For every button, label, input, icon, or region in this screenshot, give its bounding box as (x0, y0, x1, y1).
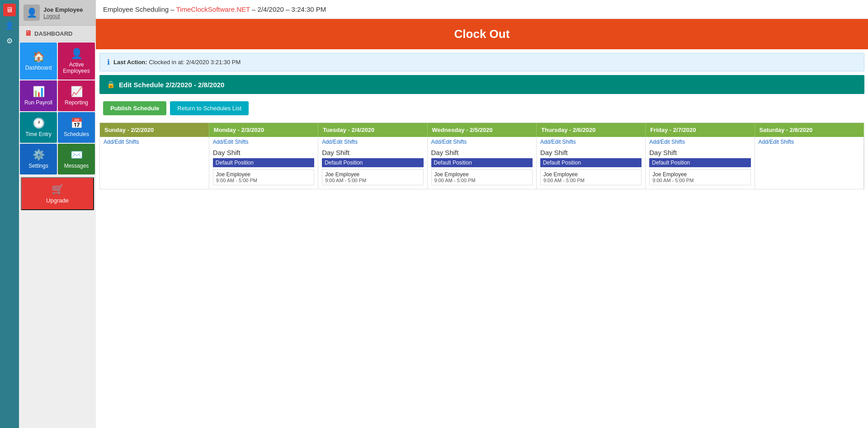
add-edit-row: Add/Edit Shifts Add/Edit Shifts Day Shif… (100, 137, 864, 189)
friday-emp-time: 9:00 AM - 5:00 PM (652, 178, 747, 183)
add-edit-monday[interactable]: Add/Edit Shifts (209, 137, 318, 147)
sidebar-item-schedules[interactable]: 📅 Schedules (58, 112, 95, 143)
dashboard-section-label: 🖥 DASHBOARD (19, 26, 96, 42)
main-content: Employee Scheduling – TimeClockSoftware.… (96, 0, 868, 428)
dashboard-icon: 🖥 (24, 29, 32, 38)
sidebar-item-messages[interactable]: ✉️ Messages (58, 144, 95, 174)
home-icon: 🏠 (33, 51, 45, 63)
monday-shift: Day Shift Default Position Joe Employee … (209, 147, 318, 189)
logout-link[interactable]: Logout (43, 13, 83, 19)
thursday-emp-time: 9:00 AM - 5:00 PM (543, 178, 638, 183)
sidebar-item-active-employees[interactable]: 👤 Active Employees (58, 42, 95, 80)
active-employees-icon: 👤 (71, 48, 83, 60)
payroll-icon: 📊 (33, 86, 45, 98)
add-edit-friday[interactable]: Add/Edit Shifts (646, 137, 754, 147)
thursday-emp-name: Joe Employee (543, 171, 638, 178)
col-sunday: Sunday - 2/2/2020 (100, 123, 209, 137)
wednesday-position: Default Position (431, 158, 533, 167)
monday-emp-name: Joe Employee (216, 171, 311, 178)
monday-emp-time: 9:00 AM - 5:00 PM (216, 178, 311, 183)
wednesday-emp-time: 9:00 AM - 5:00 PM (434, 178, 529, 183)
tuesday-shift: Day Shift Default Position Joe Employee … (318, 147, 427, 189)
col-tuesday: Tuesday - 2/4/2020 (318, 123, 427, 137)
time-entry-icon: 🕐 (33, 118, 45, 129)
left-strip-user-icon[interactable]: 👤 (3, 19, 16, 32)
monday-employee-card: Joe Employee 9:00 AM - 5:00 PM (213, 169, 314, 185)
tuesday-cell: Add/Edit Shifts Day Shift Default Positi… (318, 137, 427, 189)
add-edit-wednesday[interactable]: Add/Edit Shifts (428, 137, 536, 147)
user-info: Joe Employee Logout (43, 6, 83, 19)
left-strip-settings-icon[interactable]: ⚙ (3, 34, 16, 47)
thursday-employee-card: Joe Employee 9:00 AM - 5:00 PM (540, 169, 642, 185)
schedules-icon: 📅 (71, 118, 83, 129)
schedule-actions: Publish Schedule Return to Schedules Lis… (96, 98, 868, 119)
info-icon: ℹ (107, 58, 110, 66)
tuesday-position: Default Position (322, 158, 423, 167)
lock-icon: 🔒 (107, 80, 115, 89)
tuesday-emp-name: Joe Employee (325, 171, 420, 178)
tuesday-shift-name: Day Shift (322, 149, 423, 156)
friday-employee-card: Joe Employee 9:00 AM - 5:00 PM (649, 169, 750, 185)
user-section: 👤 Joe Employee Logout (19, 0, 96, 26)
schedule-table: Sunday - 2/2/2020 Monday - 2/3/2020 Tues… (100, 123, 864, 189)
sidebar-item-dashboard[interactable]: 🏠 Dashboard (20, 42, 57, 80)
messages-icon: ✉️ (71, 149, 83, 161)
wednesday-emp-name: Joe Employee (434, 171, 529, 178)
return-to-schedules-button[interactable]: Return to Schedules List (170, 101, 249, 115)
tuesday-emp-time: 9:00 AM - 5:00 PM (325, 178, 420, 183)
thursday-shift-name: Day Shift (540, 149, 642, 156)
left-strip-dashboard-icon[interactable]: 🖥 (3, 4, 16, 16)
wednesday-employee-card: Joe Employee 9:00 AM - 5:00 PM (431, 169, 533, 185)
friday-shift-name: Day Shift (649, 149, 750, 156)
header-bar: Employee Scheduling – TimeClockSoftware.… (96, 0, 868, 19)
tuesday-employee-card: Joe Employee 9:00 AM - 5:00 PM (322, 169, 423, 185)
sidebar-item-settings[interactable]: ⚙️ Settings (20, 144, 57, 174)
sidebar-item-time-entry[interactable]: 🕐 Time Entry (20, 112, 57, 143)
monday-position: Default Position (213, 158, 314, 167)
friday-shift: Day Shift Default Position Joe Employee … (646, 147, 754, 189)
clock-out-button[interactable]: Clock Out (96, 19, 868, 49)
thursday-shift: Day Shift Default Position Joe Employee … (537, 147, 645, 189)
thursday-cell: Add/Edit Shifts Day Shift Default Positi… (536, 137, 645, 189)
reporting-icon: 📈 (71, 86, 83, 98)
schedule-header-row: Sunday - 2/2/2020 Monday - 2/3/2020 Tues… (100, 123, 864, 137)
upgrade-button[interactable]: 🛒 Upgrade (21, 177, 94, 210)
add-edit-tuesday[interactable]: Add/Edit Shifts (318, 137, 427, 147)
upgrade-icon: 🛒 (52, 183, 64, 195)
col-wednesday: Wednesday - 2/5/2020 (427, 123, 536, 137)
avatar: 👤 (24, 5, 40, 21)
monday-cell: Add/Edit Shifts Day Shift Default Positi… (209, 137, 318, 189)
wednesday-cell: Add/Edit Shifts Day Shift Default Positi… (427, 137, 536, 189)
add-edit-thursday[interactable]: Add/Edit Shifts (537, 137, 645, 147)
page-title: Employee Scheduling – TimeClockSoftware.… (103, 5, 326, 13)
friday-cell: Add/Edit Shifts Day Shift Default Positi… (646, 137, 755, 189)
sidebar: 👤 Joe Employee Logout 🖥 DASHBOARD 🏠 Dash… (19, 0, 96, 428)
publish-schedule-button[interactable]: Publish Schedule (103, 101, 166, 115)
schedule-edit-header: 🔒 Edit Schedule 2/2/2020 - 2/8/2020 (99, 75, 864, 94)
col-monday: Monday - 2/3/2020 (209, 123, 318, 137)
wednesday-shift: Day Shift Default Position Joe Employee … (428, 147, 536, 189)
add-edit-sunday[interactable]: Add/Edit Shifts (100, 137, 209, 147)
content-area: ℹ Last Action: Clocked in at: 2/4/2020 3… (96, 49, 868, 428)
monday-shift-name: Day Shift (213, 149, 314, 156)
user-name: Joe Employee (43, 6, 83, 13)
col-thursday: Thursday - 2/6/2020 (536, 123, 645, 137)
last-action-bar: ℹ Last Action: Clocked in at: 2/4/2020 3… (99, 53, 864, 71)
sunday-cell: Add/Edit Shifts (100, 137, 209, 189)
saturday-cell: Add/Edit Shifts (755, 137, 863, 189)
col-friday: Friday - 2/7/2020 (646, 123, 755, 137)
friday-position: Default Position (649, 158, 750, 167)
add-edit-saturday[interactable]: Add/Edit Shifts (755, 137, 863, 147)
site-name: TimeClockSoftware.NET (176, 5, 250, 13)
nav-grid: 🏠 Dashboard 👤 Active Employees 📊 Run Pay… (19, 42, 96, 175)
wednesday-shift-name: Day Shift (431, 149, 533, 156)
thursday-position: Default Position (540, 158, 642, 167)
left-strip: 🖥 👤 ⚙ (0, 0, 19, 428)
upgrade-section: 🛒 Upgrade (19, 175, 96, 212)
sidebar-item-reporting[interactable]: 📈 Reporting (58, 80, 95, 111)
friday-emp-name: Joe Employee (652, 171, 747, 178)
col-saturday: Saturday - 2/8/2020 (755, 123, 863, 137)
sidebar-item-run-payroll[interactable]: 📊 Run Payroll (20, 80, 57, 111)
settings-icon: ⚙️ (33, 149, 45, 161)
last-action-label: Last Action: Clocked in at: 2/4/2020 3:2… (113, 59, 241, 66)
